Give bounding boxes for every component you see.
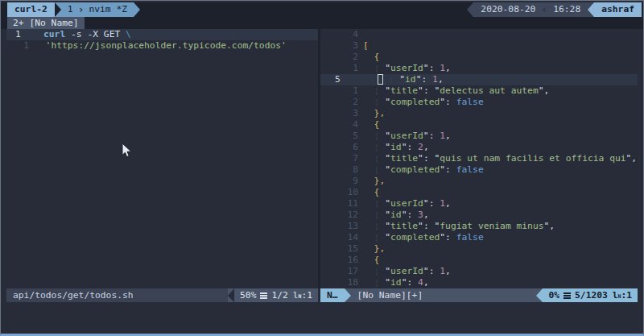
column-position: :1 xyxy=(621,290,632,301)
code-line[interactable]: 1 ¦ "userId": 1, xyxy=(320,63,638,74)
code-line[interactable]: 10 { xyxy=(320,187,638,198)
code-text: ¦ "id": 4, xyxy=(363,277,638,288)
line-number: 14 xyxy=(320,232,363,243)
code-line[interactable]: 9 }, xyxy=(320,176,638,187)
code-line[interactable]: 11 ¦ "userId": 1, xyxy=(320,198,638,209)
code-line[interactable]: 12 ¦ "id": 3, xyxy=(320,209,638,221)
powerline-separator-icon xyxy=(228,288,234,302)
line-number: 7 xyxy=(320,153,363,164)
line-number: 5 xyxy=(320,131,363,142)
powerline-separator-icon xyxy=(55,2,61,17)
statusline-row: api/todos/get/todos.sh 50% 1/2 lN:1 N… [… xyxy=(1,288,643,302)
code-text: curl -s -X GET \ xyxy=(43,29,318,40)
line-col-icon: lN xyxy=(293,292,302,300)
code-text: { xyxy=(363,52,638,63)
code-line[interactable]: 7 ¦ "title": "quis ut nam facilis et off… xyxy=(320,153,638,164)
chevron-right-icon: › xyxy=(78,4,85,15)
line-number: 8 xyxy=(320,164,363,176)
code-text: ¦ "title": "delectus aut autem", xyxy=(363,85,638,97)
terminal-window: curl-2 1›nvim *Z 2020-08-20‹16:28 ashraf… xyxy=(0,0,644,336)
tmux-right-segments: 2020-08-20‹16:28 ashraf xyxy=(467,2,642,17)
code-line[interactable]: 8 ¦ "completed": false xyxy=(320,164,638,176)
code-line[interactable]: 1 ¦ "title": "delectus aut autem", xyxy=(320,85,638,97)
line-number: 4 xyxy=(320,119,363,131)
code-text: }, xyxy=(363,243,638,255)
line-number: 13 xyxy=(320,221,363,232)
code-text: ¦ "userId": 1, xyxy=(363,266,638,277)
code-text: ¦ "completed": false xyxy=(363,97,638,108)
line-position: 5/1203 xyxy=(575,290,608,301)
code-text: }, xyxy=(363,176,638,187)
code-line[interactable]: 17 ¦ "userId": 1, xyxy=(320,266,638,277)
tmux-window-name: nvim *Z xyxy=(89,4,127,15)
code-text: ¦ "completed": false xyxy=(363,232,638,243)
powerline-separator-icon xyxy=(588,2,594,17)
line-number: 12 xyxy=(320,209,363,221)
powerline-separator-icon xyxy=(536,288,543,302)
powerline-separator-icon xyxy=(345,288,351,302)
code-line[interactable]: 14 ¦ "completed": false xyxy=(320,232,638,243)
line-number: 11 xyxy=(320,198,363,209)
right-statusline-position: 0% 5/1203 lN:1 xyxy=(543,288,638,302)
code-line[interactable]: 2 ¦ "completed": false xyxy=(320,97,638,108)
scroll-percent: 50% xyxy=(240,290,256,301)
code-line[interactable]: 4 { xyxy=(320,119,638,131)
code-line[interactable]: 1 'https://jsonplaceholder.typicode.com/… xyxy=(6,40,318,52)
code-text: { xyxy=(363,119,638,131)
code-line[interactable]: 1curl -s -X GET \ xyxy=(6,29,318,40)
line-number: 1 xyxy=(320,85,363,97)
tmux-user-label: ashraf xyxy=(601,4,634,15)
left-pane[interactable]: 1curl -s -X GET \1 'https://jsonplacehol… xyxy=(6,29,318,288)
code-line[interactable]: 5 ¦ "userId": 1, xyxy=(320,131,638,142)
code-line[interactable]: 6 ¦ "id": 2, xyxy=(320,142,638,153)
line-number: 3 xyxy=(320,40,363,52)
column-position: :1 xyxy=(301,290,312,301)
code-line[interactable]: 15 }, xyxy=(320,243,638,255)
line-number: 10 xyxy=(320,187,363,198)
command-line[interactable] xyxy=(1,302,643,315)
code-line[interactable]: 5 ¦ "id": 1, xyxy=(320,74,638,85)
editor-area: 1curl -s -X GET \1 'https://jsonplacehol… xyxy=(1,29,643,288)
code-text xyxy=(363,29,638,40)
lines-icon xyxy=(564,292,571,294)
code-line[interactable]: 16 { xyxy=(320,255,638,266)
code-text: ¦ "id": 3, xyxy=(363,209,638,221)
left-statusline: api/todos/get/todos.sh 50% 1/2 lN:1 xyxy=(6,288,318,302)
line-number: 2 xyxy=(320,97,363,108)
code-text: { xyxy=(363,255,638,266)
code-text: [ xyxy=(363,40,638,52)
code-line[interactable]: 3 }, xyxy=(320,108,638,119)
chevron-left-icon: ‹ xyxy=(541,4,547,15)
line-number: 1 xyxy=(320,63,363,74)
line-number: 2 xyxy=(320,52,363,63)
tab-label: 2+ [No Name] xyxy=(13,18,79,29)
tmux-status-bar: curl-2 1›nvim *Z 2020-08-20‹16:28 ashraf xyxy=(1,2,643,17)
code-text: ¦ "id": 2, xyxy=(363,142,638,153)
line-col-icon: lN xyxy=(613,292,621,300)
code-line[interactable]: 18 ¦ "id": 4, xyxy=(320,277,638,288)
nvim-tabline: 2+ [No Name] xyxy=(1,17,643,29)
code-line[interactable]: 3[ xyxy=(320,40,638,52)
line-number: 17 xyxy=(320,266,363,277)
code-text: ¦ "userId": 1, xyxy=(363,63,638,74)
tmux-session-name: curl-2 xyxy=(7,2,55,17)
code-line[interactable]: 4 xyxy=(320,29,638,40)
code-text: ¦ "userId": 1, xyxy=(363,198,638,209)
code-text: ¦ "completed": false xyxy=(363,164,638,176)
right-pane[interactable]: 43[2 {1 ¦ "userId": 1,5 ¦ "id": 1,1 ¦ "t… xyxy=(320,29,638,288)
mouse-pointer-icon xyxy=(122,143,132,158)
powerline-separator-icon xyxy=(467,2,473,17)
code-text: ¦ "id": 1, xyxy=(378,74,638,85)
text-cursor xyxy=(378,74,383,85)
tmux-window-tab[interactable]: 1›nvim *Z xyxy=(61,2,134,17)
tab-no-name[interactable]: 2+ [No Name] xyxy=(7,17,85,29)
left-statusline-filename: api/todos/get/todos.sh xyxy=(6,288,228,302)
tmux-clock: 2020-08-20‹16:28 xyxy=(473,2,588,17)
code-text: { xyxy=(363,187,638,198)
scroll-percent: 0% xyxy=(548,290,559,301)
line-number: 16 xyxy=(320,255,363,266)
line-number: 18 xyxy=(320,277,363,288)
code-line[interactable]: 13 ¦ "title": "fugiat veniam minus", xyxy=(320,221,638,232)
code-line[interactable]: 2 { xyxy=(320,52,638,63)
line-number: 3 xyxy=(320,108,363,119)
